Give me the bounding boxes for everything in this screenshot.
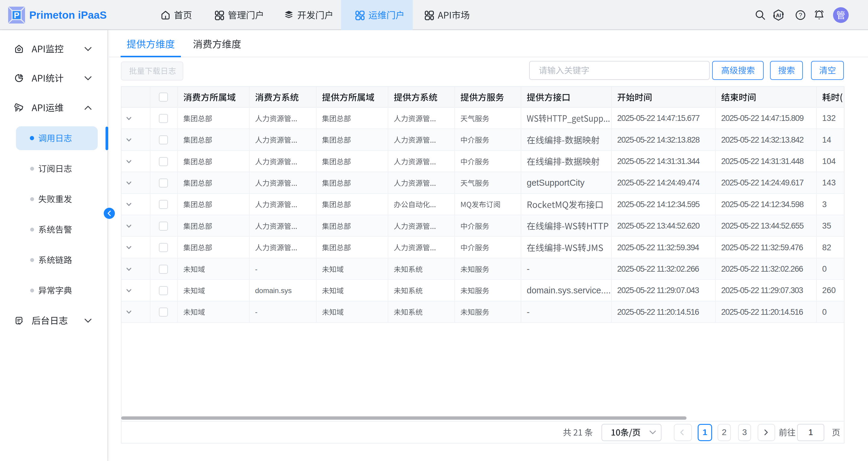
svg-text:AI: AI xyxy=(776,13,781,19)
svg-text:P: P xyxy=(14,11,19,20)
svg-text:?: ? xyxy=(799,12,802,19)
